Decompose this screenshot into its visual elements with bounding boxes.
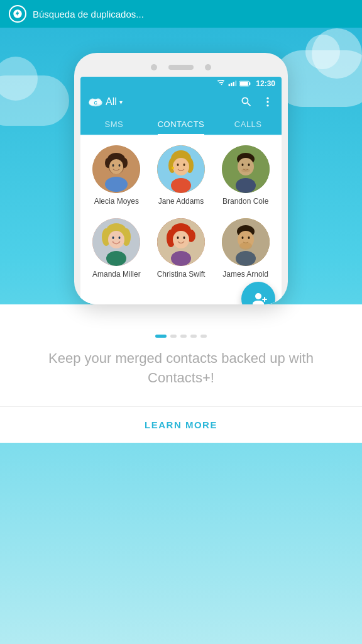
dot-4 — [190, 335, 197, 338]
contact-item-alecia[interactable]: Alecia Moyes — [85, 142, 148, 209]
svg-point-22 — [119, 164, 121, 167]
status-time: 12:30 — [256, 79, 275, 88]
contact-avatar-amanda — [92, 218, 140, 266]
learn-more-button[interactable]: LEARN MORE — [0, 407, 362, 443]
all-selector[interactable]: C All ▾ — [88, 96, 123, 108]
svg-point-33 — [171, 178, 191, 193]
svg-rect-2 — [233, 82, 234, 86]
svg-point-56 — [173, 231, 189, 248]
svg-rect-0 — [229, 84, 230, 87]
dot-2 — [170, 335, 177, 338]
svg-point-57 — [177, 236, 178, 239]
svg-point-37 — [238, 158, 254, 175]
contact-name-amanda: Amanda Miller — [92, 270, 141, 279]
contact-avatar-jane — [157, 145, 205, 193]
svg-point-38 — [241, 164, 243, 166]
contact-name-brandon: Brandon Cole — [222, 197, 268, 206]
svg-point-58 — [183, 236, 185, 239]
svg-point-13 — [266, 104, 268, 106]
wifi-icon — [217, 80, 226, 87]
svg-point-23 — [105, 177, 128, 192]
contact-avatar-james — [222, 218, 270, 266]
dot-3 — [180, 335, 187, 338]
more-options-icon[interactable] — [261, 96, 274, 108]
add-contact-icon — [250, 290, 267, 304]
contact-item-amanda[interactable]: Amanda Miller — [85, 214, 148, 282]
svg-point-41 — [236, 178, 256, 193]
contact-avatar-brandon — [222, 145, 270, 193]
tab-calls[interactable]: CALLS — [214, 113, 282, 134]
phone-camera-2 — [205, 64, 211, 70]
svg-point-68 — [255, 293, 261, 299]
svg-point-66 — [239, 242, 252, 250]
svg-point-32 — [172, 167, 174, 169]
phone-camera — [151, 64, 157, 70]
svg-rect-3 — [235, 80, 236, 86]
svg-point-29 — [173, 158, 189, 175]
dot-5 — [200, 335, 207, 338]
svg-rect-6 — [240, 82, 248, 86]
dropdown-arrow-icon: ▾ — [119, 99, 123, 106]
svg-point-50 — [106, 251, 126, 266]
svg-point-47 — [108, 231, 124, 248]
status-icons: 12:30 — [217, 79, 275, 88]
promo-text: Keep your merged contacts backed up with… — [25, 343, 337, 407]
svg-rect-70 — [264, 297, 265, 302]
contact-avatar-christina — [157, 218, 205, 266]
svg-point-20 — [109, 159, 123, 174]
svg-point-59 — [171, 251, 191, 266]
contact-avatar-alecia — [92, 145, 140, 193]
phone-frame: 12:30 C All ▾ — [74, 53, 288, 304]
notification-text: Búsqueda de duplicados... — [33, 9, 144, 19]
svg-point-65 — [248, 236, 250, 239]
svg-point-31 — [183, 164, 185, 166]
svg-point-39 — [248, 164, 250, 166]
contact-name-christina: Christina Swift — [157, 270, 206, 279]
phone-wrapper: 12:30 C All ▾ — [0, 28, 362, 304]
svg-point-48 — [112, 236, 114, 239]
signal-icon — [228, 80, 237, 87]
svg-point-49 — [119, 236, 121, 239]
svg-rect-1 — [231, 83, 232, 86]
contact-item-james[interactable]: James Arnold — [214, 214, 277, 282]
search-icon[interactable] — [240, 96, 253, 108]
contact-item-brandon[interactable]: Brandon Cole — [214, 142, 277, 209]
tab-sms[interactable]: SMS — [80, 113, 148, 134]
tab-contacts[interactable]: CONTACTS — [148, 113, 215, 134]
phone-screen: 12:30 C All ▾ — [80, 77, 282, 304]
notification-icon — [9, 5, 26, 23]
header-action-icons — [240, 96, 274, 108]
tabs-bar: SMS CONTACTS CALLS — [80, 113, 282, 135]
phone-status-bar: 12:30 — [80, 77, 282, 91]
phone-physical-top — [80, 64, 282, 70]
contact-name-jane: Jane Addams — [158, 197, 204, 206]
contact-item-jane[interactable]: Jane Addams — [150, 142, 212, 209]
svg-point-67 — [236, 251, 256, 266]
svg-point-21 — [112, 164, 114, 167]
svg-point-12 — [266, 101, 268, 103]
contact-item-christina[interactable]: Christina Swift — [150, 214, 212, 282]
contacts-grid: Alecia Moyes — [80, 135, 282, 286]
cloud-logo-icon: C — [88, 96, 103, 108]
phone-speaker — [168, 65, 194, 70]
notification-bar: Búsqueda de duplicados... — [0, 0, 362, 28]
svg-point-64 — [241, 236, 243, 239]
svg-rect-5 — [250, 82, 251, 85]
all-label: All — [106, 96, 117, 108]
bottom-section: Keep your merged contacts backed up with… — [0, 304, 362, 407]
app-header: C All ▾ — [80, 91, 282, 113]
svg-text:C: C — [94, 100, 97, 106]
svg-point-30 — [177, 164, 178, 166]
svg-point-11 — [266, 97, 268, 99]
pagination-dots — [25, 323, 337, 343]
contact-name-alecia: Alecia Moyes — [94, 197, 139, 206]
fab-add-contact[interactable] — [241, 282, 275, 304]
battery-icon — [239, 80, 251, 87]
dot-1 — [155, 335, 167, 338]
contact-name-james: James Arnold — [222, 270, 268, 279]
